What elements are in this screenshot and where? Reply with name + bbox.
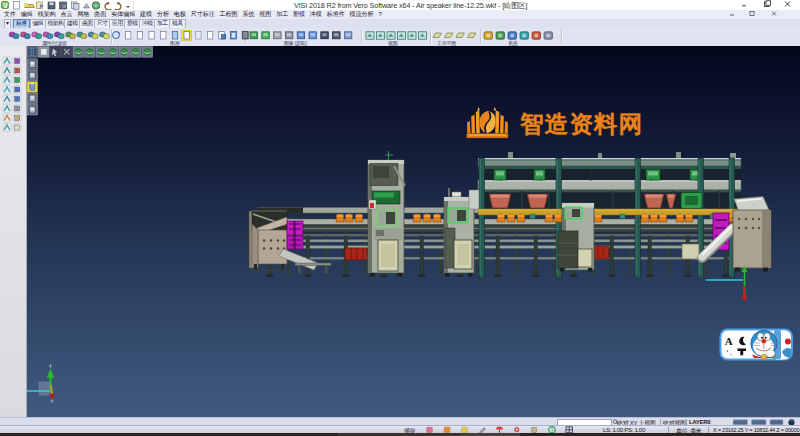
svg-text:A: A: [725, 335, 733, 347]
